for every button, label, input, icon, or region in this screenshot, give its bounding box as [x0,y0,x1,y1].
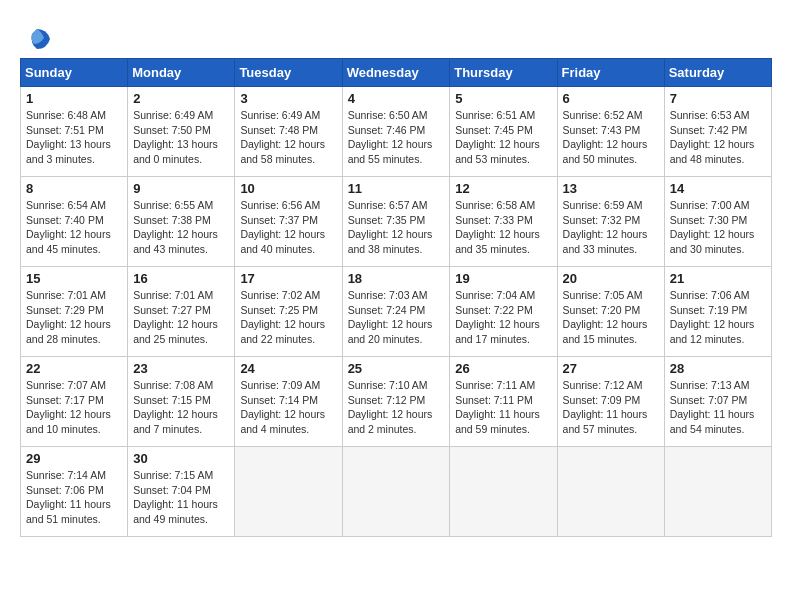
day-detail: Sunrise: 7:15 AMSunset: 7:04 PMDaylight:… [133,468,229,527]
logo-icon [22,24,52,54]
day-number: 10 [240,181,336,196]
header-wednesday: Wednesday [342,59,450,87]
day-detail: Sunrise: 7:02 AMSunset: 7:25 PMDaylight:… [240,288,336,347]
day-detail: Sunrise: 6:49 AMSunset: 7:48 PMDaylight:… [240,108,336,167]
calendar-cell: 24 Sunrise: 7:09 AMSunset: 7:14 PMDaylig… [235,357,342,447]
calendar-cell: 14 Sunrise: 7:00 AMSunset: 7:30 PMDaylig… [664,177,771,267]
day-detail: Sunrise: 7:00 AMSunset: 7:30 PMDaylight:… [670,198,766,257]
day-detail: Sunrise: 7:10 AMSunset: 7:12 PMDaylight:… [348,378,445,437]
day-number: 28 [670,361,766,376]
day-detail: Sunrise: 7:05 AMSunset: 7:20 PMDaylight:… [563,288,659,347]
calendar-cell: 25 Sunrise: 7:10 AMSunset: 7:12 PMDaylig… [342,357,450,447]
day-detail: Sunrise: 7:07 AMSunset: 7:17 PMDaylight:… [26,378,122,437]
day-number: 17 [240,271,336,286]
day-number: 13 [563,181,659,196]
calendar-cell: 23 Sunrise: 7:08 AMSunset: 7:15 PMDaylig… [128,357,235,447]
header-thursday: Thursday [450,59,557,87]
calendar-cell: 29 Sunrise: 7:14 AMSunset: 7:06 PMDaylig… [21,447,128,537]
day-number: 6 [563,91,659,106]
calendar-cell: 6 Sunrise: 6:52 AMSunset: 7:43 PMDayligh… [557,87,664,177]
day-number: 8 [26,181,122,196]
day-number: 26 [455,361,551,376]
calendar-cell: 13 Sunrise: 6:59 AMSunset: 7:32 PMDaylig… [557,177,664,267]
day-detail: Sunrise: 7:08 AMSunset: 7:15 PMDaylight:… [133,378,229,437]
calendar-cell: 5 Sunrise: 6:51 AMSunset: 7:45 PMDayligh… [450,87,557,177]
day-detail: Sunrise: 7:06 AMSunset: 7:19 PMDaylight:… [670,288,766,347]
calendar-cell: 4 Sunrise: 6:50 AMSunset: 7:46 PMDayligh… [342,87,450,177]
calendar-week-row: 15 Sunrise: 7:01 AMSunset: 7:29 PMDaylig… [21,267,772,357]
day-detail: Sunrise: 7:11 AMSunset: 7:11 PMDaylight:… [455,378,551,437]
calendar-cell: 26 Sunrise: 7:11 AMSunset: 7:11 PMDaylig… [450,357,557,447]
header-sunday: Sunday [21,59,128,87]
header-friday: Friday [557,59,664,87]
calendar-cell: 18 Sunrise: 7:03 AMSunset: 7:24 PMDaylig… [342,267,450,357]
day-number: 23 [133,361,229,376]
calendar-cell: 27 Sunrise: 7:12 AMSunset: 7:09 PMDaylig… [557,357,664,447]
day-detail: Sunrise: 6:54 AMSunset: 7:40 PMDaylight:… [26,198,122,257]
header-saturday: Saturday [664,59,771,87]
day-detail: Sunrise: 7:13 AMSunset: 7:07 PMDaylight:… [670,378,766,437]
day-detail: Sunrise: 6:57 AMSunset: 7:35 PMDaylight:… [348,198,445,257]
day-detail: Sunrise: 6:51 AMSunset: 7:45 PMDaylight:… [455,108,551,167]
day-detail: Sunrise: 6:48 AMSunset: 7:51 PMDaylight:… [26,108,122,167]
calendar-header-row: SundayMondayTuesdayWednesdayThursdayFrid… [21,59,772,87]
day-number: 5 [455,91,551,106]
day-detail: Sunrise: 7:14 AMSunset: 7:06 PMDaylight:… [26,468,122,527]
calendar-cell: 21 Sunrise: 7:06 AMSunset: 7:19 PMDaylig… [664,267,771,357]
calendar-cell: 2 Sunrise: 6:49 AMSunset: 7:50 PMDayligh… [128,87,235,177]
calendar-cell: 22 Sunrise: 7:07 AMSunset: 7:17 PMDaylig… [21,357,128,447]
day-detail: Sunrise: 7:01 AMSunset: 7:27 PMDaylight:… [133,288,229,347]
day-number: 22 [26,361,122,376]
day-number: 18 [348,271,445,286]
page-header [20,20,772,50]
logo [20,24,52,50]
day-detail: Sunrise: 6:58 AMSunset: 7:33 PMDaylight:… [455,198,551,257]
calendar-cell: 17 Sunrise: 7:02 AMSunset: 7:25 PMDaylig… [235,267,342,357]
calendar-week-row: 29 Sunrise: 7:14 AMSunset: 7:06 PMDaylig… [21,447,772,537]
day-detail: Sunrise: 7:03 AMSunset: 7:24 PMDaylight:… [348,288,445,347]
calendar-cell: 9 Sunrise: 6:55 AMSunset: 7:38 PMDayligh… [128,177,235,267]
day-number: 11 [348,181,445,196]
calendar-cell: 30 Sunrise: 7:15 AMSunset: 7:04 PMDaylig… [128,447,235,537]
day-number: 14 [670,181,766,196]
day-detail: Sunrise: 7:12 AMSunset: 7:09 PMDaylight:… [563,378,659,437]
day-detail: Sunrise: 6:56 AMSunset: 7:37 PMDaylight:… [240,198,336,257]
calendar-cell: 8 Sunrise: 6:54 AMSunset: 7:40 PMDayligh… [21,177,128,267]
calendar-cell: 16 Sunrise: 7:01 AMSunset: 7:27 PMDaylig… [128,267,235,357]
calendar-cell [557,447,664,537]
calendar-cell: 11 Sunrise: 6:57 AMSunset: 7:35 PMDaylig… [342,177,450,267]
calendar-week-row: 8 Sunrise: 6:54 AMSunset: 7:40 PMDayligh… [21,177,772,267]
day-detail: Sunrise: 6:59 AMSunset: 7:32 PMDaylight:… [563,198,659,257]
day-detail: Sunrise: 7:01 AMSunset: 7:29 PMDaylight:… [26,288,122,347]
calendar-cell [450,447,557,537]
calendar-cell [235,447,342,537]
calendar-cell [342,447,450,537]
day-number: 1 [26,91,122,106]
day-detail: Sunrise: 6:50 AMSunset: 7:46 PMDaylight:… [348,108,445,167]
day-detail: Sunrise: 6:52 AMSunset: 7:43 PMDaylight:… [563,108,659,167]
calendar-cell: 7 Sunrise: 6:53 AMSunset: 7:42 PMDayligh… [664,87,771,177]
day-number: 21 [670,271,766,286]
day-number: 3 [240,91,336,106]
calendar-cell: 19 Sunrise: 7:04 AMSunset: 7:22 PMDaylig… [450,267,557,357]
day-detail: Sunrise: 6:53 AMSunset: 7:42 PMDaylight:… [670,108,766,167]
header-tuesday: Tuesday [235,59,342,87]
day-number: 4 [348,91,445,106]
day-detail: Sunrise: 6:49 AMSunset: 7:50 PMDaylight:… [133,108,229,167]
calendar-week-row: 1 Sunrise: 6:48 AMSunset: 7:51 PMDayligh… [21,87,772,177]
day-number: 2 [133,91,229,106]
calendar-cell: 28 Sunrise: 7:13 AMSunset: 7:07 PMDaylig… [664,357,771,447]
day-detail: Sunrise: 7:04 AMSunset: 7:22 PMDaylight:… [455,288,551,347]
day-number: 20 [563,271,659,286]
day-number: 27 [563,361,659,376]
calendar-cell: 1 Sunrise: 6:48 AMSunset: 7:51 PMDayligh… [21,87,128,177]
day-number: 15 [26,271,122,286]
day-number: 12 [455,181,551,196]
calendar-cell [664,447,771,537]
day-detail: Sunrise: 6:55 AMSunset: 7:38 PMDaylight:… [133,198,229,257]
day-number: 16 [133,271,229,286]
calendar-table: SundayMondayTuesdayWednesdayThursdayFrid… [20,58,772,537]
day-number: 29 [26,451,122,466]
day-detail: Sunrise: 7:09 AMSunset: 7:14 PMDaylight:… [240,378,336,437]
calendar-cell: 10 Sunrise: 6:56 AMSunset: 7:37 PMDaylig… [235,177,342,267]
